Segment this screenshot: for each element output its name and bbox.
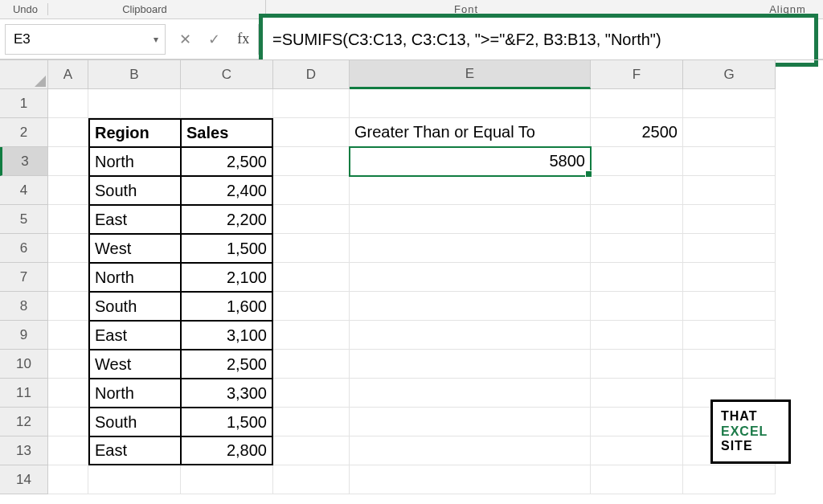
cell-a3[interactable] — [48, 147, 88, 176]
cell-d4[interactable] — [273, 176, 350, 205]
cell-e2[interactable]: Greater Than or Equal To — [350, 118, 591, 147]
row-header[interactable]: 8 — [0, 292, 48, 321]
ribbon-group-clipboard[interactable]: Clipboard — [96, 3, 193, 15]
cell-a13[interactable] — [48, 436, 88, 465]
cell-d7[interactable] — [273, 263, 350, 292]
cell-d9[interactable] — [273, 321, 350, 350]
cell-g5[interactable] — [683, 205, 776, 234]
cell-b7[interactable]: North — [88, 263, 181, 292]
cell-e3-selected[interactable]: 5800 — [350, 147, 591, 176]
cell-a11[interactable] — [48, 379, 88, 408]
cell-c12[interactable]: 1,500 — [181, 408, 273, 436]
cell-e11[interactable] — [350, 379, 591, 408]
row-header[interactable]: 4 — [0, 176, 48, 205]
cell-a6[interactable] — [48, 234, 88, 263]
cell-f12[interactable] — [591, 408, 683, 436]
col-header-a[interactable]: A — [48, 60, 88, 89]
enter-icon[interactable]: ✓ — [203, 31, 224, 48]
row-header[interactable]: 9 — [0, 321, 48, 350]
cell-b6[interactable]: West — [88, 234, 181, 263]
row-header[interactable]: 1 — [0, 89, 48, 118]
cell-e12[interactable] — [350, 408, 591, 436]
select-all-corner[interactable] — [0, 60, 48, 89]
cell-b9[interactable]: East — [88, 321, 181, 350]
cell-e13[interactable] — [350, 436, 591, 465]
cell-f9[interactable] — [591, 321, 683, 350]
row-header[interactable]: 3 — [0, 147, 48, 176]
row-header[interactable]: 13 — [0, 436, 48, 465]
cell-b8[interactable]: South — [88, 292, 181, 321]
cell-f7[interactable] — [591, 263, 683, 292]
col-header-c[interactable]: C — [181, 60, 273, 89]
cell-g4[interactable] — [683, 176, 776, 205]
row-header[interactable]: 2 — [0, 118, 48, 147]
cell-c13[interactable]: 2,800 — [181, 436, 273, 465]
cell-a9[interactable] — [48, 321, 88, 350]
cell-d2[interactable] — [273, 118, 350, 147]
row-header[interactable]: 14 — [0, 465, 48, 494]
cell-e6[interactable] — [350, 234, 591, 263]
cell-c14[interactable] — [181, 465, 273, 494]
cell-e7[interactable] — [350, 263, 591, 292]
cell-d13[interactable] — [273, 436, 350, 465]
cell-f8[interactable] — [591, 292, 683, 321]
cell-f13[interactable] — [591, 436, 683, 465]
cell-b10[interactable]: West — [88, 350, 181, 379]
row-header[interactable]: 6 — [0, 234, 48, 263]
cell-f1[interactable] — [591, 89, 683, 118]
spreadsheet-grid[interactable]: A B C D E F G 1 2 Region Sales Greater T… — [0, 59, 823, 494]
cell-c5[interactable]: 2,200 — [181, 205, 273, 234]
col-header-e[interactable]: E — [350, 60, 591, 89]
cell-a8[interactable] — [48, 292, 88, 321]
cell-g3[interactable] — [683, 147, 776, 176]
cell-f6[interactable] — [591, 234, 683, 263]
cell-e5[interactable] — [350, 205, 591, 234]
cell-e4[interactable] — [350, 176, 591, 205]
cell-e14[interactable] — [350, 465, 591, 494]
cell-b1[interactable] — [88, 89, 181, 118]
cell-f11[interactable] — [591, 379, 683, 408]
cell-d10[interactable] — [273, 350, 350, 379]
cell-a7[interactable] — [48, 263, 88, 292]
col-header-f[interactable]: F — [591, 60, 683, 89]
cell-b12[interactable]: South — [88, 408, 181, 436]
cell-d14[interactable] — [273, 465, 350, 494]
cell-c8[interactable]: 1,600 — [181, 292, 273, 321]
chevron-down-icon[interactable]: ▾ — [154, 34, 158, 45]
cell-c2[interactable]: Sales — [181, 118, 273, 147]
cell-g9[interactable] — [683, 321, 776, 350]
fx-icon[interactable]: fx — [233, 31, 254, 47]
cell-c4[interactable]: 2,400 — [181, 176, 273, 205]
cell-g2[interactable] — [683, 118, 776, 147]
cancel-icon[interactable]: ✕ — [174, 31, 195, 48]
row-header[interactable]: 11 — [0, 379, 48, 408]
cell-b3[interactable]: North — [88, 147, 181, 176]
cell-a5[interactable] — [48, 205, 88, 234]
cell-c1[interactable] — [181, 89, 273, 118]
cell-f4[interactable] — [591, 176, 683, 205]
cell-g10[interactable] — [683, 350, 776, 379]
cell-a4[interactable] — [48, 176, 88, 205]
cell-d5[interactable] — [273, 205, 350, 234]
cell-a10[interactable] — [48, 350, 88, 379]
cell-g6[interactable] — [683, 234, 776, 263]
formula-input[interactable]: =SUMIFS(C3:C13, C3:C13, ">="&F2, B3:B13,… — [259, 14, 818, 67]
cell-c6[interactable]: 1,500 — [181, 234, 273, 263]
cell-b2[interactable]: Region — [88, 118, 181, 147]
row-header[interactable]: 5 — [0, 205, 48, 234]
cell-c11[interactable]: 3,300 — [181, 379, 273, 408]
cell-d6[interactable] — [273, 234, 350, 263]
cell-f10[interactable] — [591, 350, 683, 379]
cell-e9[interactable] — [350, 321, 591, 350]
name-box[interactable]: E3 ▾ — [5, 24, 166, 55]
cell-a12[interactable] — [48, 408, 88, 436]
cell-b4[interactable]: South — [88, 176, 181, 205]
cell-b11[interactable]: North — [88, 379, 181, 408]
col-header-b[interactable]: B — [88, 60, 181, 89]
cell-g7[interactable] — [683, 263, 776, 292]
cell-b5[interactable]: East — [88, 205, 181, 234]
col-header-g[interactable]: G — [683, 60, 776, 89]
cell-g14[interactable] — [683, 465, 776, 494]
cell-e10[interactable] — [350, 350, 591, 379]
cell-b14[interactable] — [88, 465, 181, 494]
